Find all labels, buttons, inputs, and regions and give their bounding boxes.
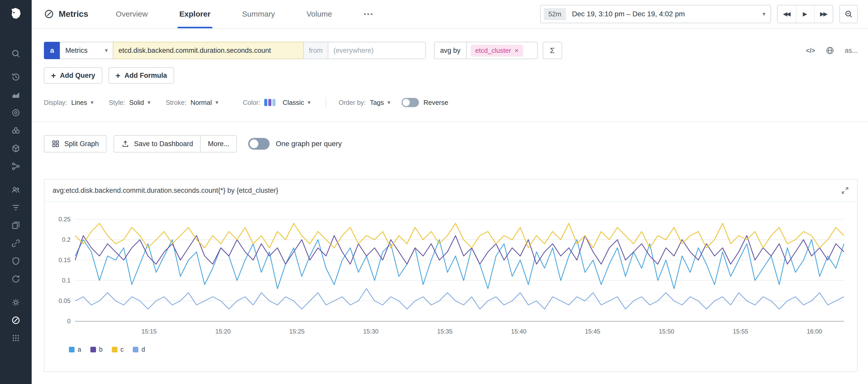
legend-item[interactable]: b — [90, 346, 103, 353]
add-query-button[interactable]: + Add Query — [44, 67, 102, 84]
svg-text:15:30: 15:30 — [363, 328, 378, 335]
group-by-tag-pill: etcd_cluster × — [471, 45, 523, 57]
query-right-actions: </> as... — [806, 46, 858, 55]
order-by-dropdown[interactable]: Tags ▾ — [370, 99, 390, 107]
tab-summary[interactable]: Summary — [242, 0, 275, 28]
metric-field-wrap — [113, 42, 304, 59]
data-source-dropdown[interactable]: Metrics ▾ — [60, 42, 113, 59]
order-by-value: Tags — [370, 99, 384, 107]
svg-text:0.2: 0.2 — [62, 236, 70, 243]
settings-gear-icon[interactable] — [10, 297, 22, 308]
chevron-down-icon: ▾ — [215, 99, 218, 106]
add-formula-button[interactable]: + Add Formula — [108, 67, 174, 84]
timeseries-icon[interactable] — [10, 89, 22, 101]
time-forward-button[interactable]: ▶▶ — [814, 5, 833, 23]
legend-item[interactable]: d — [133, 346, 145, 353]
add-query-label: Add Query — [60, 72, 95, 79]
legend-item[interactable]: a — [69, 346, 81, 353]
more-button[interactable]: More... — [201, 135, 237, 152]
graph-actions-row: Split Graph Save to Dashboard More... On… — [44, 135, 858, 152]
tab-more[interactable]: ••• — [364, 0, 374, 28]
vertical-divider — [326, 97, 326, 108]
display-type-dropdown[interactable]: Lines ▾ — [71, 99, 93, 107]
synthetics-link-icon[interactable] — [10, 238, 22, 249]
legend-swatch — [90, 347, 96, 352]
group-by-field[interactable]: etcd_cluster × — [466, 42, 538, 59]
style-value: Solid — [129, 99, 144, 107]
chevron-down-icon: ▾ — [105, 47, 108, 54]
metrics-active-icon[interactable] — [10, 315, 22, 326]
color-palette-dropdown[interactable]: Classic ▾ — [264, 99, 310, 107]
section-divider — [32, 121, 868, 122]
query-editor-row: a Metrics ▾ from avg by etcd_cluster — [44, 42, 858, 59]
split-graph-button[interactable]: Split Graph — [44, 135, 106, 152]
dashboards-icon[interactable] — [10, 107, 22, 118]
save-to-dashboard-button[interactable]: Save to Dashboard — [114, 135, 201, 152]
monitors-filter-icon[interactable] — [10, 202, 22, 213]
tab-explorer[interactable]: Explorer — [180, 0, 211, 28]
zoom-out-button[interactable] — [839, 5, 858, 23]
svg-text:15:15: 15:15 — [142, 328, 157, 335]
legend-label: c — [121, 346, 124, 353]
chart-body: 00.050.10.150.20.2515:1515:2015:2515:301… — [44, 202, 857, 371]
svg-text:15:35: 15:35 — [437, 328, 453, 335]
legend-label: b — [99, 346, 103, 353]
time-back-button[interactable]: ◀◀ — [778, 5, 796, 23]
svg-text:0.15: 0.15 — [59, 256, 70, 264]
data-source-label: Metrics — [65, 47, 88, 55]
search-icon[interactable] — [10, 48, 22, 59]
add-actions-row: + Add Query + Add Formula — [44, 67, 858, 84]
code-view-icon[interactable]: </> — [806, 47, 815, 54]
expand-icon[interactable] — [841, 186, 849, 195]
add-formula-label: Add Formula — [124, 72, 167, 79]
aggregation-dropdown[interactable]: avg by — [434, 42, 467, 59]
notebooks-icon[interactable] — [10, 220, 22, 231]
globe-icon[interactable] — [825, 46, 835, 55]
reverse-toggle[interactable] — [402, 98, 419, 107]
top-header: Metrics Overview Explorer Summary Volume… — [32, 0, 868, 29]
time-play-button[interactable]: ▶ — [796, 5, 814, 23]
tab-overview[interactable]: Overview — [116, 0, 148, 28]
as-option[interactable]: as... — [845, 47, 858, 55]
apps-grid-icon[interactable] — [10, 333, 22, 344]
people-org-icon[interactable] — [10, 184, 22, 195]
security-shield-icon[interactable] — [10, 255, 22, 267]
datadog-logo[interactable] — [0, 0, 32, 29]
timeseries-plot[interactable]: 00.050.10.150.20.2515:1515:2015:2515:301… — [52, 212, 850, 343]
chevron-down-icon: ▾ — [91, 99, 93, 106]
watchdog-icon[interactable] — [10, 125, 22, 136]
scope-field-wrap — [328, 42, 426, 59]
stroke-dropdown[interactable]: Normal ▾ — [190, 99, 218, 107]
explorer-content: a Metrics ▾ from avg by etcd_cluster — [32, 29, 868, 384]
save-to-dashboard-label: Save to Dashboard — [134, 140, 193, 148]
summarize-sigma-button[interactable]: Σ — [543, 42, 562, 59]
chart-header: avg:etcd.disk.backend.commit.duration.se… — [44, 179, 857, 202]
service-map-icon[interactable] — [10, 161, 22, 172]
ci-refresh-icon[interactable] — [10, 273, 22, 285]
one-graph-per-query-toggle[interactable] — [248, 138, 270, 150]
group-by-tag-label: etcd_cluster — [475, 47, 511, 55]
chevron-down-icon: ▾ — [148, 99, 150, 106]
recent-history-icon[interactable] — [10, 71, 22, 82]
svg-text:15:45: 15:45 — [585, 328, 600, 335]
metric-name-input[interactable] — [113, 42, 303, 59]
scope-input[interactable] — [328, 42, 425, 59]
legend-item[interactable]: c — [112, 346, 124, 353]
split-graph-label: Split Graph — [64, 140, 99, 148]
time-range-picker[interactable]: 52m Dec 19, 3:10 pm – Dec 19, 4:02 pm ▾ — [540, 5, 771, 23]
plus-icon: + — [116, 71, 121, 80]
legend-swatch — [112, 347, 118, 352]
integrations-icon[interactable] — [10, 143, 22, 154]
one-graph-per-query-label: One graph per query — [276, 140, 342, 148]
chart-title: avg:etcd.disk.backend.commit.duration.se… — [53, 187, 278, 195]
chevron-down-icon: ▾ — [388, 99, 390, 106]
remove-tag-icon[interactable]: × — [515, 47, 519, 55]
more-label: More... — [208, 140, 229, 148]
chevron-down-icon: ▾ — [763, 11, 765, 18]
tab-volume[interactable]: Volume — [307, 0, 332, 28]
chart-legend: abcd — [52, 343, 850, 353]
time-nav-group: ◀◀ ▶ ▶▶ — [777, 5, 833, 23]
stroke-value: Normal — [190, 99, 212, 107]
time-range-label: Dec 19, 3:10 pm – Dec 19, 4:02 pm — [572, 10, 758, 18]
style-dropdown[interactable]: Solid ▾ — [129, 99, 150, 107]
